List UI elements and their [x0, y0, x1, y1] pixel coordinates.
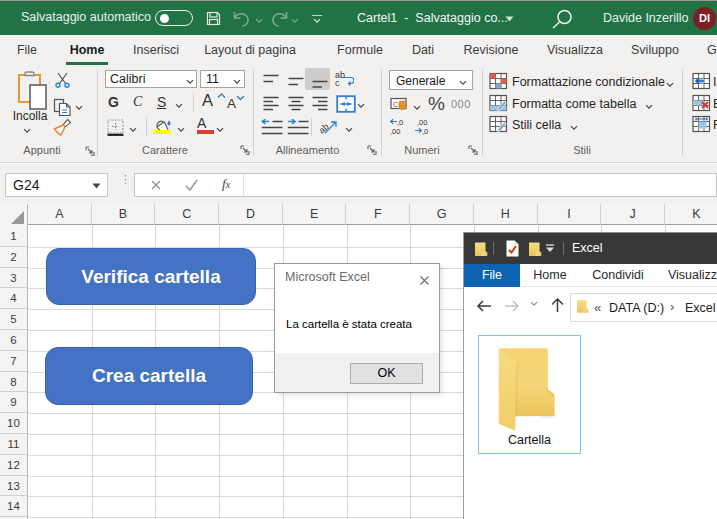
svg-text:,00: ,00	[390, 127, 400, 135]
svg-text:,0: ,0	[397, 118, 403, 127]
svg-text:C: C	[393, 101, 398, 108]
svg-text:c: c	[335, 78, 340, 88]
svg-text:,0: ,0	[422, 127, 428, 135]
svg-text:,00: ,00	[417, 118, 427, 127]
